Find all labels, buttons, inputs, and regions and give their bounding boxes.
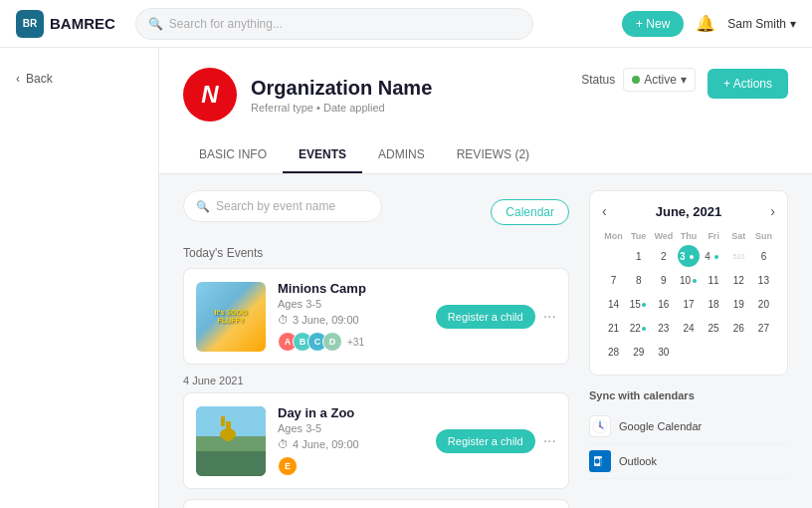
back-label: Back	[26, 72, 53, 86]
cal-day[interactable]: 12	[727, 269, 749, 291]
cal-day-empty	[727, 341, 749, 363]
logo: BR BAMREC	[16, 10, 115, 38]
cal-day[interactable]: 2	[653, 245, 675, 267]
back-button[interactable]: ‹ Back	[0, 64, 69, 94]
cal-day-empty	[678, 341, 700, 363]
cal-day[interactable]: 7	[603, 269, 625, 291]
cal-day[interactable]: 18	[703, 293, 724, 315]
calendar-grid: Mon Tue Wed Thu Fri Sat Sun 1 2 3 4 510	[602, 229, 775, 363]
actions-button[interactable]: + Actions	[708, 69, 788, 99]
svg-point-11	[595, 459, 600, 464]
event-ages: Ages 3-5	[278, 422, 424, 434]
logo-icon: BR	[16, 10, 44, 38]
more-options-button[interactable]: ···	[543, 308, 556, 326]
tab-events[interactable]: EVENTS	[283, 137, 362, 173]
cal-day[interactable]: 17	[678, 293, 700, 315]
event-thumbnail	[196, 406, 266, 476]
cal-day[interactable]: 4	[703, 245, 724, 267]
event-details: Minions Camp Ages 3-5 ⏱ 3 June, 09:00 A …	[278, 281, 424, 352]
cal-day[interactable]: 30	[653, 341, 675, 363]
cal-day-name: Tue	[627, 229, 650, 243]
avatar-count: +31	[347, 337, 364, 348]
tab-admins[interactable]: ADMINS	[362, 137, 441, 173]
cal-day[interactable]: 24	[678, 317, 700, 339]
cal-day-name: Fri	[703, 229, 725, 243]
events-search[interactable]: 🔍 Search by event name	[183, 190, 382, 222]
svg-point-7	[599, 425, 601, 427]
cal-day[interactable]: 11	[703, 269, 724, 291]
calendar-header: ‹ June, 2021 ›	[602, 203, 775, 219]
status-value: Active	[644, 73, 677, 87]
cal-day[interactable]: 510	[727, 245, 749, 267]
cal-day[interactable]: 27	[752, 317, 774, 339]
new-button[interactable]: + New	[622, 11, 684, 37]
cal-day[interactable]: 19	[727, 293, 749, 315]
cal-day[interactable]: 21	[603, 317, 625, 339]
register-child-button[interactable]: Register a child	[436, 305, 535, 329]
calendar-widget: ‹ June, 2021 › Mon Tue Wed Thu Fri Sat S…	[589, 190, 788, 376]
status-row: Status Active ▾	[581, 68, 696, 92]
event-avatars: A B C D +31	[278, 332, 424, 352]
cal-day-name: Wed	[652, 229, 675, 243]
calendar-view-button[interactable]: Calendar	[491, 199, 569, 225]
global-search[interactable]: 🔍 Search for anything...	[135, 8, 533, 40]
cal-day[interactable]: 22	[628, 317, 650, 339]
events-content: 🔍 Search by event name Calendar Today's …	[159, 174, 812, 508]
calendar-next-button[interactable]: ›	[770, 203, 775, 219]
cal-day[interactable]: 10	[678, 269, 700, 291]
google-calendar-icon	[589, 415, 611, 437]
cal-day[interactable]: 8	[628, 269, 650, 291]
cal-day[interactable]: 14	[603, 293, 625, 315]
cal-day-today[interactable]: 3	[678, 245, 700, 267]
cal-day-name: Sat	[727, 229, 750, 243]
profile-info: N Organization Name Referral type • Date…	[183, 68, 432, 122]
avatar: E	[278, 456, 298, 476]
event-thumbnail: It's SOOOFLUFFY	[196, 282, 266, 352]
profile-actions: Status Active ▾ + Actions	[581, 68, 788, 100]
user-menu-button[interactable]: Sam Smith ▾	[727, 17, 796, 31]
profile-header: N Organization Name Referral type • Date…	[159, 48, 812, 174]
calendar-prev-button[interactable]: ‹	[602, 203, 607, 219]
main-content: N Organization Name Referral type • Date…	[159, 48, 812, 508]
events-search-placeholder: Search by event name	[216, 199, 335, 213]
tab-reviews[interactable]: REVIEWS (2)	[441, 137, 545, 173]
cal-day[interactable]: 16	[653, 293, 675, 315]
cal-day[interactable]: 28	[603, 341, 625, 363]
more-options-button[interactable]: ···	[543, 432, 556, 450]
cal-day[interactable]: 26	[727, 317, 749, 339]
cal-day[interactable]: 29	[628, 341, 650, 363]
cal-day[interactable]: 1	[628, 245, 650, 267]
cal-day[interactable]: 13	[752, 269, 774, 291]
cal-day-name: Thu	[677, 229, 700, 243]
outlook-sync[interactable]: Outlook	[589, 444, 788, 479]
events-main: 🔍 Search by event name Calendar Today's …	[183, 190, 569, 508]
register-child-button[interactable]: Register a child	[436, 429, 535, 453]
clock-icon: ⏱	[278, 438, 289, 450]
status-dropdown[interactable]: Active ▾	[623, 68, 696, 92]
avatar: D	[322, 332, 342, 352]
event-avatars: E	[278, 456, 424, 476]
org-text: Organization Name Referral type • Date a…	[251, 77, 432, 114]
search-placeholder: Search for anything...	[169, 17, 283, 31]
sync-section: Sync with calendars Google Calendar	[589, 389, 788, 479]
event-name: Day in a Zoo	[278, 405, 424, 420]
cal-day-empty	[752, 341, 774, 363]
event-time: ⏱ 4 June, 09:00	[278, 438, 424, 450]
cal-day-empty	[603, 245, 625, 267]
tab-basic-info[interactable]: BASIC INFO	[183, 137, 283, 173]
cal-day[interactable]: 20	[752, 293, 774, 315]
notifications-button[interactable]: 🔔	[696, 14, 715, 33]
google-calendar-sync[interactable]: Google Calendar	[589, 409, 788, 444]
svg-rect-4	[221, 416, 225, 426]
org-name: Organization Name	[251, 77, 432, 100]
cal-day[interactable]: 9	[653, 269, 675, 291]
cal-day[interactable]: 25	[703, 317, 724, 339]
cal-day[interactable]: 15	[628, 293, 650, 315]
date-section: 4 June 2021	[183, 375, 569, 386]
cal-day[interactable]: 23	[653, 317, 675, 339]
zoo-thumb-svg	[196, 406, 266, 476]
cal-day-name: Sun	[752, 229, 775, 243]
cal-day[interactable]: 6	[752, 245, 774, 267]
event-ages: Ages 3-5	[278, 298, 424, 310]
events-sidebar: ‹ June, 2021 › Mon Tue Wed Thu Fri Sat S…	[589, 190, 788, 508]
